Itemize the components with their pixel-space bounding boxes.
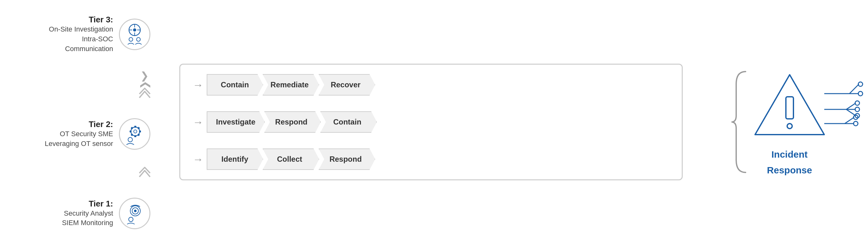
collect-btn-tier1: Collect — [263, 148, 319, 170]
tier1-row: Tier 1: Security Analyst SIEM Monitoring — [38, 198, 150, 229]
main-container: Tier 3: On-Site Investigation Intra-SOC … — [25, 8, 843, 236]
svg-point-6 — [129, 37, 133, 41]
recover-btn-tier3: Recover — [319, 74, 375, 96]
svg-rect-15 — [130, 134, 133, 136]
tier3-subtitle2: Intra-SOC Communication — [38, 34, 113, 54]
tiers-section: Tier 3: On-Site Investigation Intra-SOC … — [38, 15, 170, 229]
contain-btn-tier2: Contain — [320, 111, 377, 133]
tier3-row: Tier 3: On-Site Investigation Intra-SOC … — [38, 15, 150, 54]
remediate-btn-tier3: Remediate — [263, 74, 319, 96]
incident-title-line2: Response — [767, 165, 812, 175]
tier1-subtitle2: SIEM Monitoring — [38, 218, 113, 228]
svg-point-28 — [858, 82, 863, 86]
tier2-icon-circle — [119, 118, 150, 150]
flow-row-tier2: Investigate Respond Contain — [193, 111, 669, 133]
svg-point-42 — [854, 121, 858, 126]
tier3-icon-circle — [119, 19, 150, 50]
tier2-subtitle2: Leveraging OT sensor — [38, 139, 113, 149]
chevron-up-arrow-2 — [137, 167, 153, 180]
tier1-icon-circle — [119, 198, 150, 229]
incident-response-icon — [749, 69, 831, 144]
flow-row-tier1: Identify Collect Respond — [193, 148, 669, 170]
svg-line-36 — [846, 109, 856, 116]
flow-box: Contain Remediate Recover Investigate — [179, 64, 683, 180]
tier2-text: Tier 2: OT Security SME Leveraging OT se… — [38, 119, 113, 149]
investigate-btn-tier2: Investigate — [207, 111, 265, 133]
right-connector — [730, 69, 749, 175]
tier3-subtitle1: On-Site Investigation — [38, 25, 113, 34]
svg-point-35 — [855, 107, 860, 112]
tier2-title: Tier 2: — [38, 119, 113, 129]
svg-line-39 — [845, 117, 854, 124]
incident-title-line1: Incident — [767, 149, 812, 160]
arrow-tier3 — [193, 79, 204, 91]
identify-btn-tier1: Identify — [207, 148, 263, 170]
svg-point-9 — [134, 130, 137, 133]
svg-point-33 — [855, 101, 860, 105]
svg-rect-13 — [137, 134, 140, 136]
svg-point-22 — [129, 217, 133, 222]
svg-marker-23 — [755, 75, 824, 135]
chevron-up-arrow-1 — [137, 88, 153, 101]
tier3-title: Tier 3: — [38, 15, 113, 25]
tier1-subtitle1: Security Analyst — [38, 209, 113, 218]
tier2-icon — [123, 123, 146, 145]
chevron-up-2 — [38, 167, 170, 180]
curly-bracket-icon — [730, 69, 749, 175]
svg-line-27 — [849, 84, 859, 93]
svg-point-18 — [128, 137, 132, 142]
svg-rect-12 — [139, 131, 141, 132]
svg-line-32 — [846, 103, 856, 109]
svg-rect-10 — [134, 126, 136, 128]
svg-point-5 — [133, 28, 136, 31]
tier1-text: Tier 1: Security Analyst SIEM Monitoring — [38, 199, 113, 228]
tier3-text: Tier 3: On-Site Investigation Intra-SOC … — [38, 15, 113, 54]
svg-point-25 — [787, 124, 792, 129]
chevron-up-1: ❯ ❯ — [38, 71, 170, 101]
tier1-icon — [123, 202, 146, 225]
svg-rect-11 — [137, 127, 140, 130]
tier1-title: Tier 1: — [38, 199, 113, 209]
svg-point-30 — [858, 91, 863, 96]
arrow-tier2 — [193, 116, 204, 128]
svg-rect-17 — [130, 127, 133, 130]
flow-row-tier3: Contain Remediate Recover — [193, 74, 669, 96]
arrow-tier1 — [193, 153, 204, 165]
incident-response-section: Incident Response — [749, 69, 831, 175]
tier2-row: Tier 2: OT Security SME Leveraging OT se… — [38, 118, 150, 150]
tier2-subtitle1: OT Security SME — [38, 129, 113, 139]
svg-point-21 — [134, 210, 136, 212]
respond-btn-tier1: Respond — [319, 148, 375, 170]
incident-response-label: Incident Response — [767, 144, 812, 175]
contain-btn-tier3: Contain — [207, 74, 263, 96]
tier3-icon — [123, 23, 146, 46]
svg-point-7 — [136, 37, 140, 41]
svg-rect-24 — [786, 97, 794, 119]
svg-rect-16 — [130, 131, 131, 132]
svg-rect-14 — [134, 135, 136, 137]
respond-btn-tier2: Respond — [264, 111, 321, 133]
flow-section: Contain Remediate Recover Investigate — [170, 64, 723, 180]
